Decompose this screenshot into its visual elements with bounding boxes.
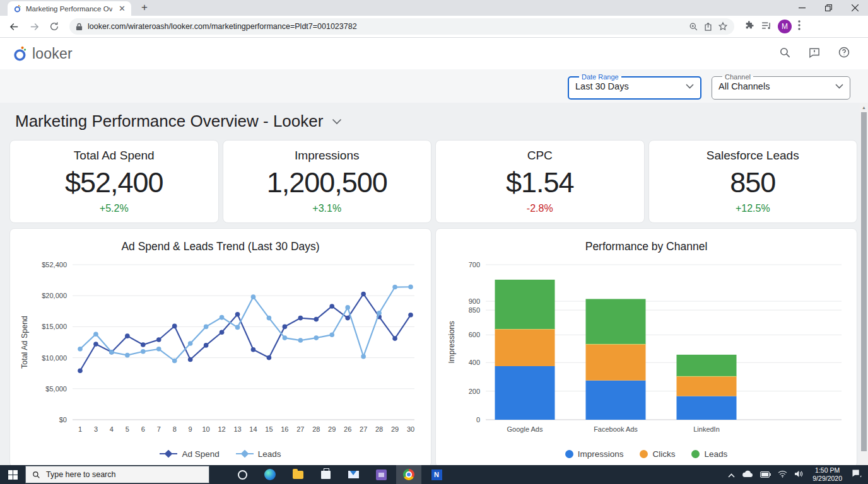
cortana-icon[interactable] [230,465,255,484]
forward-button[interactable] [25,18,43,35]
filter-bar: Date Range Last 30 Days Channel All Chan… [0,69,868,103]
taskbar-date: 9/29/2020 [812,475,842,483]
svg-text:Facebook Ads: Facebook Ads [594,425,638,433]
legend-item[interactable]: Clicks [640,449,675,459]
window-restore-button[interactable] [815,0,842,16]
reload-button[interactable] [45,18,63,35]
chrome-icon[interactable] [396,465,421,484]
taskbar-search-box[interactable]: Type here to search [25,466,209,483]
page-scrollbar[interactable]: ▲ [860,103,868,465]
svg-text:29: 29 [328,425,336,433]
svg-text:10: 10 [202,425,209,433]
date-range-dropdown[interactable]: Date Range Last 30 Days [568,73,701,100]
battery-icon[interactable] [760,469,771,480]
svg-text:7: 7 [157,425,161,433]
svg-text:$15,000: $15,000 [42,323,67,330]
dashboard-content: Marketing Performance Overview - Looker … [0,103,868,466]
looker-logo-text: looker [32,45,73,62]
kpi-label: Total Ad Spend [74,149,155,163]
taskbar: Type here to search N [0,465,868,484]
mail-icon[interactable] [341,465,366,484]
url-field[interactable]: looker.com/wirateroash/looker.com/market… [69,18,734,35]
lock-icon [76,23,83,31]
channel-label: Channel [722,73,753,81]
title-chevron-icon[interactable] [332,118,342,125]
svg-text:12: 12 [218,425,225,433]
legend-item[interactable]: Ad Spend [160,449,219,459]
channel-dropdown[interactable]: Channel All Channels [712,73,850,100]
start-button[interactable] [0,465,25,484]
kpi-label: Impressions [295,149,359,163]
page-title: Marketing Performance Overview - Looker [15,112,323,131]
looker-logo[interactable]: looker [13,45,73,62]
wifi-icon[interactable] [778,469,787,480]
legend-item[interactable]: Leads [236,449,281,459]
search-icon [32,471,40,479]
onedrive-cloud-icon[interactable] [742,469,753,480]
window-close-button[interactable] [842,0,868,16]
legend-label: Ad Spend [182,449,219,459]
feedback-icon[interactable] [808,47,821,61]
svg-text:400: 400 [469,359,480,366]
legend-swatch [640,450,648,458]
line-chart-card: Ad Spend & Leads Trend (Last 30 Days) $0… [9,228,431,468]
svg-text:8: 8 [173,425,177,433]
reading-list-icon[interactable] [761,21,771,33]
extensions-puzzle-icon[interactable] [744,20,754,33]
browser-menu-icon[interactable] [798,20,801,33]
browser-tabstrip: Marketing Performance Overvie ✕ + [0,0,868,16]
window-minimize-button[interactable] [789,0,815,16]
tab-title: Marketing Performance Overvie [26,5,112,13]
new-tab-button[interactable]: + [138,1,151,16]
bar-chart[interactable]: 0200400600850900700Google AdsFacebook Ad… [441,255,852,443]
svg-text:27: 27 [360,425,367,433]
svg-text:14: 14 [249,425,257,433]
scrollbar-thumb[interactable] [861,112,867,451]
legend-item[interactable]: Impressions [565,449,624,459]
chevron-down-icon [686,84,694,89]
tray-chevron-icon[interactable] [728,469,735,480]
kpi-row: Total Ad Spend $52,400 +5.2% Impressions… [9,140,857,223]
windows-logo-icon [8,470,18,480]
volume-icon[interactable] [794,469,803,480]
svg-text:900: 900 [469,297,480,305]
kpi-label: CPC [527,149,553,163]
svg-text:200: 200 [469,388,480,395]
svg-text:27: 27 [296,425,304,433]
svg-text:30: 30 [407,425,414,433]
edge-icon[interactable] [257,465,283,484]
scrollbar-up-arrow[interactable]: ▲ [860,103,868,112]
tab-close-icon[interactable]: ✕ [117,4,127,13]
looker-header: looker [0,38,868,69]
help-icon[interactable] [838,46,850,61]
svg-text:700: 700 [469,261,480,268]
browser-tab[interactable]: Marketing Performance Overvie ✕ [8,1,131,16]
kpi-card-salesforce-leads: Salesforce Leads 850 +12.5% [648,140,858,223]
microsoft-store-icon[interactable] [313,465,338,484]
action-center-icon[interactable] [852,469,862,480]
zoom-icon[interactable] [689,22,698,32]
search-icon[interactable] [779,47,791,61]
back-button[interactable] [5,18,23,35]
channel-value: All Channels [718,81,770,91]
svg-text:$52,400: $52,400 [42,261,67,268]
svg-text:6: 6 [141,425,145,433]
svg-text:9: 9 [189,425,192,433]
onenote-icon[interactable]: N [424,465,449,484]
taskbar-clock[interactable]: 1:50 PM 9/29/2020 [810,466,845,483]
legend-item[interactable]: Leads [691,449,727,459]
bar-chart-legend: ImpressionsClicksLeads [441,443,852,464]
bookmark-star-icon[interactable] [718,21,728,32]
photos-app-icon[interactable] [368,465,394,484]
taskbar-time: 1:50 PM [812,466,842,475]
line-chart[interactable]: $0$5,000$10,000$15,000$20,000$52,4001345… [15,255,426,443]
profile-avatar[interactable]: M [778,20,792,33]
share-icon[interactable] [703,22,713,32]
svg-text:1: 1 [78,425,82,433]
screen: Marketing Performance Overvie ✕ + [0,0,868,484]
file-explorer-icon[interactable] [285,465,310,484]
svg-text:26: 26 [344,425,351,433]
legend-label: Impressions [578,449,624,459]
bar-chart-title: Performance by Channel [441,240,852,253]
looker-logo-icon [13,45,28,62]
